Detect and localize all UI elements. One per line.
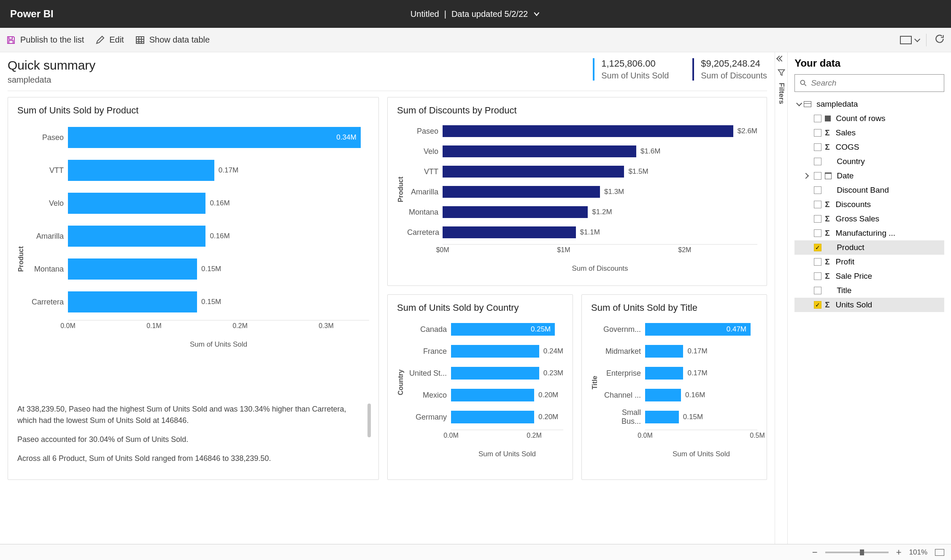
bar[interactable] [68, 226, 205, 247]
field-row[interactable]: ✓Units Sold [794, 298, 944, 312]
show-data-table-button[interactable]: Show data table [135, 35, 210, 45]
view-mode-button[interactable] [900, 36, 919, 44]
field-name: Country [837, 157, 865, 166]
checkbox[interactable] [814, 158, 821, 165]
filters-label: Filters [777, 83, 786, 104]
bar[interactable] [68, 193, 205, 214]
checkbox[interactable] [814, 215, 821, 223]
checkbox[interactable] [814, 287, 821, 294]
zoom-slider[interactable] [825, 552, 889, 553]
field-row[interactable]: ✓Product [794, 240, 944, 255]
search-input-wrap[interactable] [794, 74, 944, 92]
category-label: VTT [407, 167, 443, 176]
field-row[interactable]: Discounts [794, 197, 944, 212]
bar[interactable] [68, 291, 197, 312]
field-row[interactable]: Count of rows [794, 111, 944, 126]
svg-point-0 [801, 80, 805, 84]
checkbox[interactable] [814, 186, 821, 194]
bar[interactable] [451, 389, 534, 401]
checkbox[interactable]: ✓ [814, 244, 821, 251]
search-input[interactable] [811, 78, 940, 88]
publish-button[interactable]: Publish to the list [6, 35, 84, 45]
bar[interactable] [645, 389, 681, 401]
field-name: COGS [836, 143, 859, 152]
checkbox[interactable] [814, 272, 821, 280]
field-row[interactable]: Country [794, 154, 944, 169]
chart-title: Sum of Discounts by Product [397, 105, 757, 116]
field-row[interactable]: Manufacturing ... [794, 226, 944, 240]
category-label: Montana [407, 208, 443, 217]
checkbox[interactable] [814, 201, 821, 208]
field-row[interactable]: Gross Sales [794, 212, 944, 226]
field-row[interactable]: Sales [794, 126, 944, 140]
bar-row: Velo$1.6M [407, 142, 757, 161]
checkbox[interactable] [814, 258, 821, 266]
bar[interactable] [645, 367, 683, 380]
field-name: Units Sold [836, 300, 873, 310]
chevron-down-icon [533, 10, 540, 20]
category-label: Amarilla [27, 232, 68, 241]
tile-units-by-title[interactable]: Sum of Units Sold by Title TitleGovernm.… [581, 294, 767, 480]
checkbox[interactable] [814, 172, 821, 180]
bar[interactable] [443, 206, 588, 218]
bar[interactable]: 0.25M [451, 323, 555, 336]
doc-title-group[interactable]: Untitled | Data updated 5/2/22 [411, 9, 540, 19]
calendar-icon [825, 172, 832, 179]
field-row[interactable]: Title [794, 283, 944, 298]
field-name: Manufacturing ... [836, 229, 896, 238]
bar[interactable] [451, 367, 539, 380]
zoom-in-button[interactable]: + [896, 547, 902, 558]
bar[interactable] [451, 411, 534, 423]
bar[interactable] [443, 125, 733, 137]
field-row[interactable]: Discount Band [794, 183, 944, 197]
field-row[interactable]: COGS [794, 140, 944, 154]
tile-units-by-country[interactable]: Sum of Units Sold by Country CountryCana… [387, 294, 573, 480]
table-icon [804, 101, 811, 107]
filters-rail[interactable]: Filters [775, 52, 787, 544]
bar[interactable]: 0.34M [68, 127, 361, 148]
search-icon [799, 79, 808, 87]
checkbox[interactable] [814, 143, 821, 151]
bar-row: France0.24M [407, 341, 563, 361]
bar[interactable] [645, 411, 679, 423]
x-ticks: 0.0M0.2M [451, 430, 563, 439]
kpi-value: $9,205,248.24 [701, 58, 767, 69]
zoom-out-button[interactable]: − [812, 547, 818, 558]
bar[interactable] [443, 226, 576, 238]
tile-units-by-product[interactable]: Sum of Units Sold by Product ProductPase… [8, 97, 379, 480]
sigma-icon [825, 200, 832, 209]
bar[interactable] [68, 258, 197, 280]
category-label: Montana [27, 265, 68, 274]
checkbox[interactable] [814, 229, 821, 237]
bar[interactable] [68, 160, 214, 181]
tile-discounts-by-product[interactable]: Sum of Discounts by Product ProductPaseo… [387, 97, 767, 286]
value-label: 0.15M [201, 265, 221, 273]
bar[interactable] [443, 186, 600, 198]
refresh-button[interactable] [934, 33, 945, 46]
field-row[interactable]: Profit [794, 255, 944, 269]
y-axis-label: Product [397, 177, 405, 202]
chart-title: Sum of Units Sold by Product [17, 105, 369, 116]
value-label: 0.16M [685, 391, 705, 399]
bar-row: VTT0.17M [27, 155, 369, 186]
fit-to-page-button[interactable] [935, 549, 944, 556]
summary-header: Quick summary sampledata 1,125,806.00Sum… [8, 58, 767, 91]
edit-button[interactable]: Edit [95, 35, 124, 45]
checkbox[interactable] [814, 129, 821, 137]
field-row[interactable]: Sale Price [794, 269, 944, 283]
checkbox[interactable] [814, 115, 821, 122]
bar[interactable]: 0.47M [645, 323, 751, 336]
field-row[interactable]: Date [794, 169, 944, 183]
bar[interactable] [451, 345, 539, 358]
page-title: Quick summary [8, 58, 95, 73]
kpi-label: Sum of Units Sold [601, 71, 669, 81]
table-node[interactable]: sampledata [794, 97, 944, 111]
bar[interactable] [443, 166, 624, 178]
category-label: France [407, 347, 451, 356]
bar[interactable] [443, 145, 636, 157]
scrollbar[interactable] [367, 404, 371, 437]
doc-status: Data updated 5/2/22 [451, 9, 528, 19]
checkbox[interactable]: ✓ [814, 301, 821, 309]
bar[interactable] [645, 345, 683, 358]
field-name: Date [837, 171, 854, 180]
